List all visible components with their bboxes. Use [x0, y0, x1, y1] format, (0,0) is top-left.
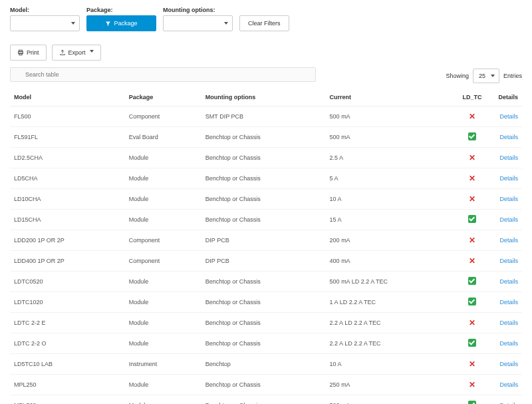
details-link[interactable]: Details [499, 154, 518, 161]
package-cell: Module [125, 210, 201, 230]
details-cell: Details [489, 354, 522, 375]
export-icon [59, 49, 66, 56]
ldtc-cell: ✕ [456, 148, 489, 168]
package-cell: Instrument [125, 354, 201, 375]
model-cell: LDTC 2-2 O [10, 333, 125, 354]
package-cell: Module [125, 313, 201, 333]
current-cell: 200 mA [326, 230, 456, 251]
export-label: Export [68, 49, 86, 56]
ldtc-cell: ✕ [456, 313, 489, 333]
mounting-cell: Benchtop or Chassis [201, 292, 326, 313]
current-cell: 2.2 A LD 2.2 A TEC [326, 333, 456, 354]
col-details[interactable]: Details [489, 89, 522, 106]
package-cell: Eval Board [125, 127, 201, 148]
details-cell: Details [489, 333, 522, 354]
package-cell: Component [125, 251, 201, 272]
clear-filters-button[interactable]: Clear Filters [239, 15, 289, 31]
col-mounting[interactable]: Mounting options [201, 89, 326, 106]
mounting-cell: Benchtop or Chassis [201, 189, 326, 210]
table-row: LDTC 2-2 OModuleBenchtop or Chassis2.2 A… [10, 333, 522, 354]
table-row: MPL500ModuleBenchtop or Chassis500 mADet… [10, 395, 522, 405]
current-cell: 500 mA [326, 127, 456, 148]
showing-label: Showing [446, 73, 469, 79]
details-cell: Details [489, 148, 522, 168]
mounting-cell: Benchtop or Chassis [201, 168, 326, 189]
package-cell: Component [125, 106, 201, 127]
details-link[interactable]: Details [499, 216, 518, 223]
chevron-down-icon [71, 22, 75, 25]
model-cell: MPL250 [10, 375, 125, 395]
filter-mounting-label: Mounting options: [163, 7, 233, 13]
table-row: LDTC 2-2 EModuleBenchtop or Chassis2.2 A… [10, 313, 522, 333]
model-select[interactable] [10, 15, 80, 31]
details-link[interactable]: Details [499, 175, 518, 182]
details-link[interactable]: Details [499, 258, 518, 264]
x-icon: ✕ [469, 318, 475, 327]
x-icon: ✕ [469, 112, 475, 121]
details-link[interactable]: Details [499, 340, 518, 347]
details-link[interactable]: Details [499, 278, 518, 285]
ldtc-cell [456, 292, 489, 313]
mounting-cell: SMT DIP PCB [201, 106, 326, 127]
details-link[interactable]: Details [499, 237, 518, 244]
mounting-cell: Benchtop or Chassis [201, 395, 326, 405]
ldtc-cell: ✕ [456, 106, 489, 127]
package-filter-button[interactable]: Package [86, 15, 156, 31]
ldtc-cell: ✕ [456, 168, 489, 189]
chevron-down-icon [90, 50, 94, 53]
table-row: LDTC0520ModuleBenchtop or Chassis500 mA … [10, 272, 522, 292]
table-row: LD10CHAModuleBenchtop or Chassis10 A✕Det… [10, 189, 522, 210]
package-cell: Module [125, 395, 201, 405]
model-cell: MPL500 [10, 395, 125, 405]
print-button[interactable]: Print [10, 45, 47, 61]
ldtc-cell [456, 333, 489, 354]
model-cell: LDTC1020 [10, 292, 125, 313]
col-current[interactable]: Current [326, 89, 456, 106]
package-cell: Module [125, 189, 201, 210]
table-row: LD5CHAModuleBenchtop or Chassis5 A✕Detai… [10, 168, 522, 189]
table-row: LDD200 1P OR 2PComponentDIP PCB200 mA✕De… [10, 230, 522, 251]
details-cell: Details [489, 272, 522, 292]
chevron-down-icon [224, 22, 228, 25]
model-cell: FL591FL [10, 127, 125, 148]
col-model[interactable]: Model [10, 89, 125, 106]
package-cell: Module [125, 272, 201, 292]
package-cell: Module [125, 168, 201, 189]
details-cell: Details [489, 251, 522, 272]
details-link[interactable]: Details [499, 134, 518, 140]
col-ldtc[interactable]: LD_TC [456, 89, 489, 106]
package-cell: Module [125, 148, 201, 168]
print-icon [17, 49, 24, 56]
search-input[interactable] [10, 67, 316, 82]
export-button[interactable]: Export [52, 45, 101, 61]
model-cell: LDD200 1P OR 2P [10, 230, 125, 251]
package-cell: Component [125, 230, 201, 251]
mounting-select[interactable] [163, 15, 233, 31]
x-icon: ✕ [469, 236, 475, 245]
current-cell: 5 A [326, 168, 456, 189]
details-link[interactable]: Details [499, 361, 518, 367]
current-cell: 250 mA [326, 375, 456, 395]
filter-package-group: Package: Package [86, 7, 156, 31]
x-icon: ✕ [469, 256, 475, 266]
details-link[interactable]: Details [499, 299, 518, 305]
details-link[interactable]: Details [499, 113, 518, 120]
x-icon: ✕ [469, 194, 475, 204]
details-link[interactable]: Details [499, 196, 518, 202]
table-row: FL500ComponentSMT DIP PCB500 mA✕Details [10, 106, 522, 127]
check-icon [468, 298, 476, 305]
toolbar: Print Export [10, 45, 522, 61]
check-icon [468, 277, 476, 285]
details-link[interactable]: Details [499, 319, 518, 326]
page-size-select[interactable]: 25 [473, 69, 499, 83]
ldtc-cell [456, 272, 489, 292]
col-package[interactable]: Package [125, 89, 201, 106]
details-cell: Details [489, 395, 522, 405]
x-icon: ✕ [469, 174, 475, 183]
mounting-cell: Benchtop or Chassis [201, 148, 326, 168]
print-label: Print [27, 49, 39, 56]
filter-package-label: Package: [86, 7, 156, 13]
model-cell: LDD400 1P OR 2P [10, 251, 125, 272]
check-icon [468, 401, 476, 404]
details-link[interactable]: Details [499, 381, 518, 388]
